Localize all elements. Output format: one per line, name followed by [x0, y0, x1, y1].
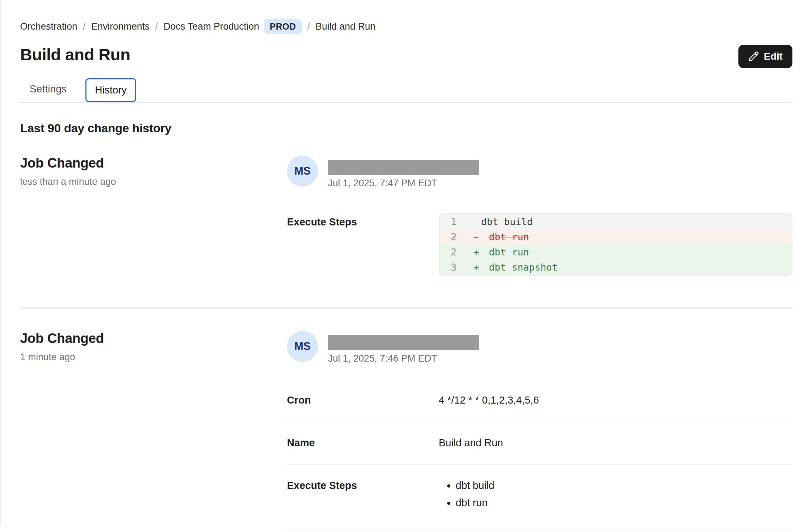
history-entry: Job Changed 1 minute ago MS Jul 1, 2025,…	[20, 331, 792, 532]
author-row: MS Jul 1, 2025, 7:47 PM EDT	[287, 156, 792, 189]
main-content: Orchestration / Environments / Docs Team…	[0, 0, 809, 532]
diff-line-number: 2	[451, 247, 461, 258]
change-details: Cron 4 */12 * * 0,1,2,3,4,5,6 Name Build…	[287, 380, 792, 532]
execute-steps-list: dbt build dbt run	[439, 477, 792, 514]
field-value: Build and Run	[439, 434, 792, 449]
section-title: Last 90 day change history	[20, 121, 792, 135]
list-item: dbt build	[456, 480, 792, 491]
diff-code: dbt run	[489, 231, 529, 242]
avatar: MS	[287, 331, 318, 362]
diff-line-number: 1	[451, 216, 461, 227]
diff-marker: +	[473, 262, 489, 273]
redacted-user-name	[328, 160, 479, 175]
redacted-user-name	[328, 335, 479, 350]
diff-line-removed: 2 - dbt run	[439, 229, 792, 244]
title-row: Build and Run Edit	[20, 45, 792, 68]
edit-button-label: Edit	[764, 51, 783, 62]
detail-row-cron: Cron 4 */12 * * 0,1,2,3,4,5,6	[287, 380, 792, 422]
diff-line-number: 3	[451, 262, 461, 273]
breadcrumb-separator: /	[307, 21, 310, 32]
detail-row-execute-steps: Execute Steps dbt build dbt run	[287, 465, 792, 531]
detail-row-name: Name Build and Run	[287, 422, 792, 465]
breadcrumb: Orchestration / Environments / Docs Team…	[20, 19, 792, 34]
event-relative-time: 1 minute ago	[20, 352, 287, 363]
diff-marker: -	[473, 231, 489, 242]
tab-bar: Settings History	[20, 77, 792, 103]
diff-code: dbt snapshot	[489, 262, 558, 273]
breadcrumb-item-orchestration[interactable]: Orchestration	[20, 21, 77, 32]
event-relative-time: less than a minute ago	[20, 176, 287, 187]
diff-line-number: 2	[451, 231, 461, 242]
detail-row-generate-docs: Generate Docs Yes	[287, 531, 792, 532]
author-meta: Jul 1, 2025, 7:46 PM EDT	[328, 331, 479, 364]
history-entry: Job Changed less than a minute ago MS Ju…	[20, 156, 792, 276]
breadcrumb-item-current: Build and Run	[316, 21, 376, 32]
author-row: MS Jul 1, 2025, 7:46 PM EDT	[287, 331, 792, 364]
diff-line-added: 3 + dbt snapshot	[439, 260, 792, 275]
field-label: Name	[287, 434, 439, 449]
author-meta: Jul 1, 2025, 7:47 PM EDT	[328, 156, 479, 189]
event-name: Job Changed	[20, 331, 287, 346]
tab-history[interactable]: History	[85, 78, 136, 102]
field-label: Execute Steps	[287, 477, 439, 514]
diff-line-added: 2 + dbt run	[439, 244, 792, 260]
entry-summary: Job Changed less than a minute ago	[20, 156, 287, 276]
diff-line-unchanged: 1 dbt build	[439, 214, 792, 229]
diff-code: dbt run	[489, 247, 529, 258]
entry-detail: MS Jul 1, 2025, 7:46 PM EDT Cron 4 */12 …	[287, 331, 792, 532]
execute-steps-diff: 1 dbt build 2 - dbt run 2 + dbt run	[439, 213, 792, 276]
tab-settings[interactable]: Settings	[20, 77, 76, 101]
entry-divider	[20, 307, 792, 309]
change-timestamp: Jul 1, 2025, 7:47 PM EDT	[328, 178, 479, 189]
pencil-icon	[748, 51, 759, 62]
diff-code: dbt build	[481, 216, 533, 227]
entry-summary: Job Changed 1 minute ago	[20, 331, 287, 532]
change-timestamp: Jul 1, 2025, 7:46 PM EDT	[328, 353, 479, 364]
diff-marker: +	[473, 247, 489, 258]
entry-detail: MS Jul 1, 2025, 7:47 PM EDT Execute Step…	[287, 156, 792, 276]
breadcrumb-separator: /	[83, 21, 86, 32]
edit-button[interactable]: Edit	[738, 45, 792, 68]
avatar: MS	[287, 156, 318, 187]
field-value: 4 */12 * * 0,1,2,3,4,5,6	[439, 392, 792, 406]
breadcrumb-item-environments[interactable]: Environments	[91, 21, 150, 32]
change-row: Execute Steps 1 dbt build 2 - dbt run 2	[287, 213, 792, 276]
breadcrumb-item-environment-name[interactable]: Docs Team Production	[163, 21, 259, 32]
list-item: dbt run	[456, 497, 792, 509]
page-title: Build and Run	[20, 45, 130, 64]
field-label: Cron	[287, 392, 439, 406]
environment-badge: PROD	[264, 19, 301, 34]
breadcrumb-separator: /	[155, 21, 158, 32]
field-label: Execute Steps	[287, 213, 439, 276]
event-name: Job Changed	[20, 156, 287, 171]
